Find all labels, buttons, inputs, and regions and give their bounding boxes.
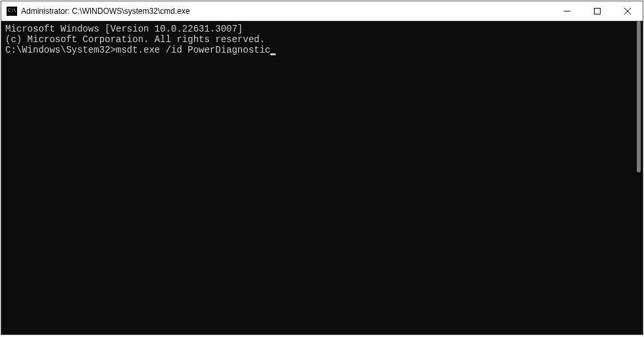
cmd-icon-label: C:\ xyxy=(8,9,16,13)
close-icon xyxy=(624,8,631,14)
scrollbar-thumb[interactable] xyxy=(637,21,641,172)
minimize-icon xyxy=(564,8,570,14)
copyright-line: (c) Microsoft Corporation. All rights re… xyxy=(5,34,639,45)
cursor xyxy=(270,53,276,55)
terminal-output[interactable]: Microsoft Windows [Version 10.0.22631.30… xyxy=(1,21,643,334)
close-button[interactable] xyxy=(612,1,643,20)
cmd-window: C:\ Administrator: C:\WINDOWS\system32\c… xyxy=(1,1,643,335)
prompt-line: C:\Windows\System32>msdt.exe /id PowerDi… xyxy=(5,45,639,55)
cmd-icon: C:\ xyxy=(7,7,17,16)
maximize-button[interactable] xyxy=(582,1,612,20)
maximize-icon xyxy=(594,8,601,14)
command-input[interactable]: msdt.exe /id PowerDiagnostic xyxy=(116,45,270,55)
svg-rect-1 xyxy=(595,8,601,14)
minimize-button[interactable] xyxy=(552,1,582,20)
window-title: Administrator: C:\WINDOWS\system32\cmd.e… xyxy=(21,7,190,16)
prompt-path: C:\Windows\System32> xyxy=(5,45,116,55)
scrollbar[interactable] xyxy=(633,20,644,337)
titlebar[interactable]: C:\ Administrator: C:\WINDOWS\system32\c… xyxy=(1,1,643,21)
version-line: Microsoft Windows [Version 10.0.22631.30… xyxy=(5,24,639,34)
titlebar-left: C:\ Administrator: C:\WINDOWS\system32\c… xyxy=(1,7,552,16)
window-controls xyxy=(552,1,643,20)
